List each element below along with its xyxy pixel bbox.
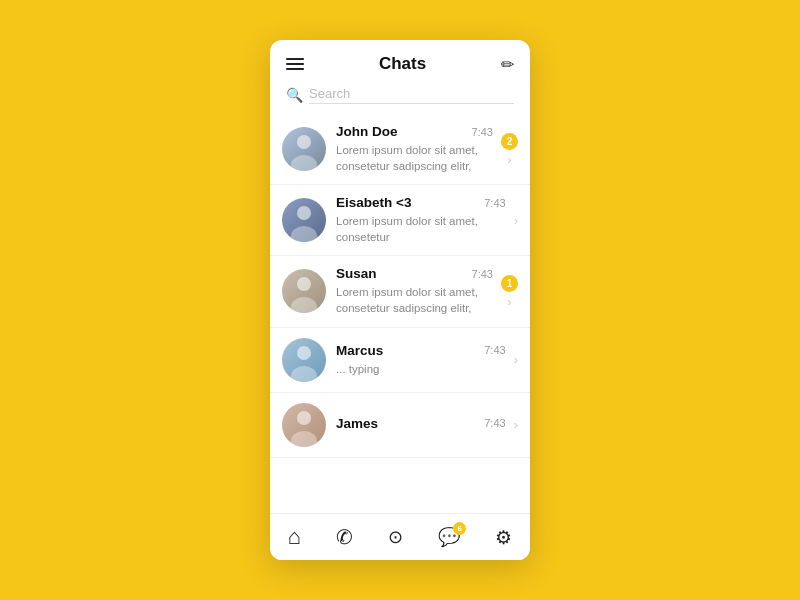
chat-name-eisabeth: Eisabeth <3 [336, 195, 411, 210]
chat-item-susan[interactable]: Susan 7:43 Lorem ipsum dolor sit amet, c… [270, 256, 530, 327]
home-icon: ⌂ [288, 524, 301, 550]
avatar-susan [282, 269, 326, 313]
avatar-james [282, 403, 326, 447]
header: Chats ✏ [270, 40, 530, 82]
chat-content-susan: Susan 7:43 Lorem ipsum dolor sit amet, c… [336, 266, 493, 316]
chat-right-james: › [514, 418, 518, 431]
phone-icon: ✆ [336, 525, 353, 549]
chat-content-marcus: Marcus 7:43 ... typing [336, 343, 506, 377]
chevron-icon: › [507, 153, 511, 166]
settings-icon: ⚙ [495, 526, 512, 549]
page-title: Chats [379, 54, 426, 74]
chat-right-eisabeth: › [514, 214, 518, 227]
chat-time-john: 7:43 [472, 126, 493, 138]
avatar-marcus [282, 338, 326, 382]
unread-badge: 2 [501, 133, 518, 150]
chat-right-john: 2 › [501, 133, 518, 166]
chat-preview-john: Lorem ipsum dolor sit amet, consetetur s… [336, 142, 493, 174]
nav-item-settings[interactable]: ⚙ [495, 526, 512, 549]
phone-frame: Chats ✏ 🔍 John Doe 7:43 Lorem ipsum dolo… [270, 40, 530, 560]
chat-name-susan: Susan [336, 266, 377, 281]
chat-content-eisabeth: Eisabeth <3 7:43 Lorem ipsum dolor sit a… [336, 195, 506, 245]
chat-name-james: James [336, 416, 378, 431]
chevron-icon: › [514, 353, 518, 366]
nav-item-phone[interactable]: ✆ [336, 525, 353, 549]
avatar-eisabeth [282, 198, 326, 242]
chat-name-john: John Doe [336, 124, 398, 139]
chat-name-marcus: Marcus [336, 343, 383, 358]
chat-content-james: James 7:43 [336, 416, 506, 434]
chat-time-eisabeth: 7:43 [484, 197, 505, 209]
chat-item-john[interactable]: John Doe 7:43 Lorem ipsum dolor sit amet… [270, 114, 530, 185]
chat-preview-susan: Lorem ipsum dolor sit amet, consetetur s… [336, 284, 493, 316]
chat-item-james[interactable]: James 7:43 › [270, 393, 530, 458]
chat-time-marcus: 7:43 [484, 344, 505, 356]
nav-item-home[interactable]: ⌂ [288, 524, 301, 550]
edit-icon[interactable]: ✏ [501, 55, 514, 74]
chevron-icon: › [507, 295, 511, 308]
chat-content-john: John Doe 7:43 Lorem ipsum dolor sit amet… [336, 124, 493, 174]
nav-item-camera[interactable]: ⊙ [388, 526, 403, 548]
chevron-icon: › [514, 214, 518, 227]
avatar-john [282, 127, 326, 171]
nav-item-chat[interactable]: 6💬 [438, 526, 460, 548]
unread-badge: 1 [501, 275, 518, 292]
search-input[interactable] [309, 86, 514, 104]
nav-badge-chat: 6 [453, 522, 466, 535]
menu-icon[interactable] [286, 58, 304, 70]
chat-time-susan: 7:43 [472, 268, 493, 280]
chat-right-susan: 1 › [501, 275, 518, 308]
chat-right-marcus: › [514, 353, 518, 366]
chat-time-james: 7:43 [484, 417, 505, 429]
chat-preview-eisabeth: Lorem ipsum dolor sit amet, consetetur [336, 213, 506, 245]
search-bar: 🔍 [270, 82, 530, 114]
bottom-nav: ⌂✆⊙6💬⚙ [270, 513, 530, 560]
chat-preview-marcus: ... typing [336, 361, 506, 377]
camera-icon: ⊙ [388, 526, 403, 548]
search-icon: 🔍 [286, 87, 303, 103]
chevron-icon: › [514, 418, 518, 431]
chat-item-marcus[interactable]: Marcus 7:43 ... typing › [270, 328, 530, 393]
chat-list: John Doe 7:43 Lorem ipsum dolor sit amet… [270, 114, 530, 513]
chat-item-eisabeth[interactable]: Eisabeth <3 7:43 Lorem ipsum dolor sit a… [270, 185, 530, 256]
